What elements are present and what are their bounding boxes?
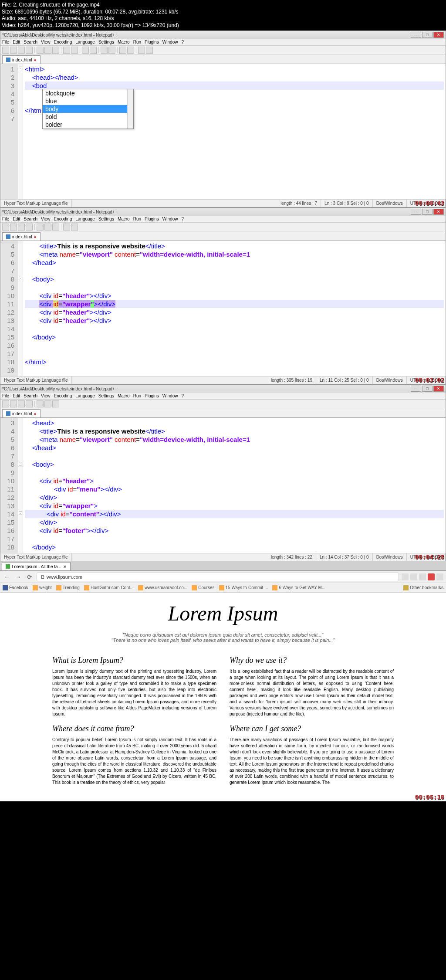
- menu-macro[interactable]: Macro: [118, 217, 130, 221]
- bookmark-courses[interactable]: Courses: [192, 585, 214, 590]
- menu-window[interactable]: Window: [162, 393, 178, 398]
- menu-help[interactable]: ?: [181, 40, 184, 44]
- tab-index-html[interactable]: index.html●: [2, 409, 41, 417]
- menu-run[interactable]: Run: [133, 393, 141, 398]
- menu-window[interactable]: Window: [162, 217, 178, 221]
- new-file-icon[interactable]: [2, 47, 9, 54]
- wordwrap-icon[interactable]: [119, 47, 126, 54]
- copy-icon[interactable]: [44, 400, 51, 407]
- redo-icon[interactable]: [71, 224, 78, 231]
- cut-icon[interactable]: [37, 47, 44, 54]
- ac-item-body[interactable]: body: [43, 105, 133, 113]
- minimize-button[interactable]: ─: [411, 209, 421, 215]
- menu-help[interactable]: ?: [181, 217, 184, 221]
- code-area[interactable]: <title>This is a responsive website</tit…: [23, 241, 446, 376]
- show-all-icon[interactable]: [127, 47, 134, 54]
- menu-file[interactable]: File: [2, 217, 9, 221]
- tab-close-icon[interactable]: ✕: [63, 564, 67, 569]
- menu-run[interactable]: Run: [133, 217, 141, 221]
- new-file-icon[interactable]: [2, 400, 9, 407]
- bookmark-15ways[interactable]: 15 Ways to Commit ...: [219, 585, 268, 590]
- menu-plugins[interactable]: Plugins: [145, 40, 159, 44]
- opera-icon[interactable]: [428, 573, 435, 580]
- menu-edit[interactable]: Edit: [13, 40, 20, 44]
- bookmark-usmanraoof[interactable]: www.usmanraoof.co...: [138, 585, 187, 590]
- ac-item-blue[interactable]: blue: [43, 97, 133, 105]
- menu-language[interactable]: Language: [75, 40, 95, 44]
- menu-encoding[interactable]: Encoding: [54, 40, 72, 44]
- menu-run[interactable]: Run: [133, 40, 141, 44]
- tab-close-icon[interactable]: ●: [34, 234, 37, 239]
- reload-button[interactable]: ⟳: [25, 573, 34, 581]
- save-icon[interactable]: [18, 47, 25, 54]
- copy-icon[interactable]: [44, 47, 51, 54]
- open-file-icon[interactable]: [10, 224, 17, 231]
- ext-icon[interactable]: [410, 573, 417, 580]
- cut-icon[interactable]: [37, 400, 44, 407]
- menu-settings[interactable]: Settings: [98, 217, 114, 221]
- menu-icon[interactable]: [436, 573, 443, 580]
- maximize-button[interactable]: □: [422, 32, 432, 38]
- record-macro-icon[interactable]: [138, 47, 145, 54]
- menu-search[interactable]: Search: [24, 40, 37, 44]
- cut-icon[interactable]: [37, 224, 44, 231]
- minimize-button[interactable]: ─: [411, 32, 421, 38]
- scrollbar[interactable]: [127, 89, 133, 129]
- save-all-icon[interactable]: [26, 47, 33, 54]
- ac-item-bold[interactable]: bold: [43, 113, 133, 121]
- menu-view[interactable]: View: [41, 393, 51, 398]
- ext-icon[interactable]: [419, 573, 426, 580]
- open-file-icon[interactable]: [10, 47, 17, 54]
- paste-icon[interactable]: [52, 224, 59, 231]
- maximize-button[interactable]: □: [422, 209, 432, 215]
- menu-encoding[interactable]: Encoding: [54, 217, 72, 221]
- paste-icon[interactable]: [52, 47, 59, 54]
- menu-encoding[interactable]: Encoding: [54, 393, 72, 398]
- bookmark-weight[interactable]: weight: [33, 585, 52, 590]
- forward-button[interactable]: →: [14, 573, 23, 581]
- browser-tab[interactable]: Lorem Ipsum - All the fa...✕: [2, 562, 71, 570]
- titlebar[interactable]: *C:\Users\Abid\Desktop\My website\index.…: [0, 31, 446, 39]
- bookmark-trending[interactable]: Trending: [56, 585, 80, 590]
- menu-settings[interactable]: Settings: [98, 393, 114, 398]
- menu-file[interactable]: File: [2, 40, 9, 44]
- zoom-in-icon[interactable]: [101, 47, 108, 54]
- tab-close-icon[interactable]: ●: [34, 58, 37, 62]
- undo-icon[interactable]: [63, 47, 70, 54]
- save-icon[interactable]: [18, 224, 25, 231]
- menu-search[interactable]: Search: [24, 393, 37, 398]
- ext-icon[interactable]: [402, 573, 409, 580]
- titlebar[interactable]: *C:\Users\Abid\Desktop\My website\index.…: [0, 385, 446, 393]
- paste-icon[interactable]: [52, 400, 59, 407]
- minimize-button[interactable]: ─: [411, 386, 421, 392]
- titlebar[interactable]: *C:\Users\Abid\Desktop\My website\index.…: [0, 208, 446, 216]
- ac-item-blockquote[interactable]: blockquote: [43, 89, 133, 97]
- replace-icon[interactable]: [90, 47, 97, 54]
- find-icon[interactable]: [82, 47, 89, 54]
- redo-icon[interactable]: [71, 47, 78, 54]
- menu-plugins[interactable]: Plugins: [145, 393, 159, 398]
- code-editor[interactable]: 3456789101112131415161718 -- <head> <tit…: [0, 418, 446, 553]
- code-editor[interactable]: 1234567 - <html> <head></head> <bod </ht…: [0, 64, 446, 199]
- bookmark-hostgator[interactable]: HostGator.com Cont...: [84, 585, 134, 590]
- open-file-icon[interactable]: [10, 400, 17, 407]
- menu-plugins[interactable]: Plugins: [145, 217, 159, 221]
- close-button[interactable]: ✕: [433, 209, 444, 215]
- bookmark-6ways[interactable]: 6 Ways to Get WAY M...: [272, 585, 325, 590]
- close-button[interactable]: ✕: [433, 386, 444, 392]
- other-bookmarks[interactable]: Other bookmarks: [403, 585, 443, 590]
- menu-help[interactable]: ?: [181, 393, 184, 398]
- address-bar[interactable]: 🗋 www.lipsum.com: [37, 573, 399, 581]
- menu-settings[interactable]: Settings: [98, 40, 114, 44]
- menu-language[interactable]: Language: [75, 393, 95, 398]
- menu-search[interactable]: Search: [24, 217, 37, 221]
- maximize-button[interactable]: □: [422, 386, 432, 392]
- ac-item-bolder[interactable]: bolder: [43, 121, 133, 129]
- menu-macro[interactable]: Macro: [118, 393, 130, 398]
- code-area[interactable]: <html> <head></head> <bod </htm blockquo…: [23, 64, 446, 199]
- tab-close-icon[interactable]: ●: [34, 411, 37, 416]
- menu-file[interactable]: File: [2, 393, 9, 398]
- menu-edit[interactable]: Edit: [13, 393, 20, 398]
- autocomplete-popup[interactable]: blockquote blue body bold bolder: [42, 89, 134, 129]
- menu-macro[interactable]: Macro: [118, 40, 130, 44]
